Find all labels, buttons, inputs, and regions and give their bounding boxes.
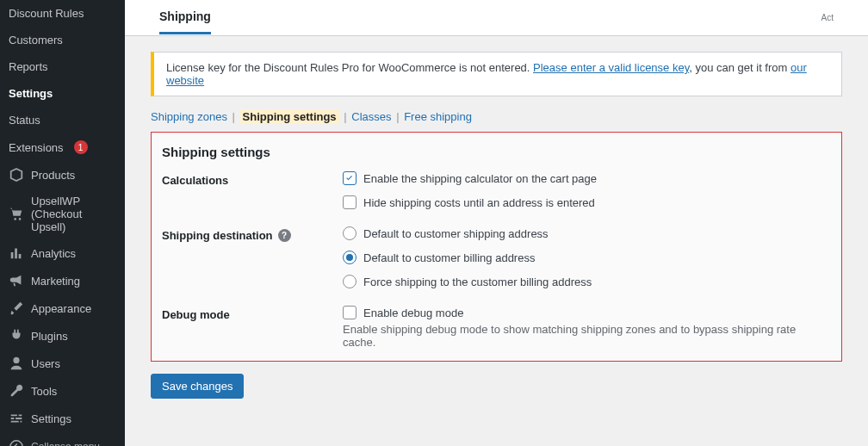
collapse-icon (9, 439, 24, 446)
page-tabbar: Shipping Act (125, 0, 868, 36)
collapse-menu[interactable]: Collapse menu (0, 432, 125, 446)
plug-icon (9, 328, 24, 344)
force-billing-label: Force shipping to the customer billing a… (363, 276, 592, 288)
calculations-label: Calculations (162, 171, 343, 209)
shipping-settings-panel: Shipping settings Calculations Enable th… (151, 132, 842, 362)
extensions-badge: 1 (74, 140, 88, 154)
subnav-classes[interactable]: Classes (351, 110, 391, 123)
license-notice: License key for the Discount Rules Pro f… (151, 52, 842, 96)
sidebar-item-plugins[interactable]: Plugins (0, 322, 125, 350)
shipping-address-label: Default to customer shipping address (363, 227, 549, 240)
billing-address-label: Default to customer billing address (363, 251, 535, 264)
sidebar-item-reports[interactable]: Reports (0, 53, 125, 80)
checkbox-hide-costs[interactable] (343, 195, 356, 209)
save-button[interactable]: Save changes (151, 374, 244, 399)
subnav-shipping-settings[interactable]: Shipping settings (240, 109, 339, 124)
sidebar-item-status[interactable]: Status (0, 107, 125, 133)
sidebar-item-marketing[interactable]: Marketing (0, 267, 125, 294)
debug-label: Debug mode (162, 306, 343, 349)
sidebar-item-appearance[interactable]: Appearance (0, 294, 125, 322)
activate-hint: Act (822, 13, 834, 22)
radio-force-billing[interactable] (343, 275, 356, 288)
help-icon[interactable]: ? (278, 229, 291, 242)
hide-costs-label: Hide shipping costs until an address is … (363, 196, 595, 209)
radio-shipping-address[interactable] (343, 226, 356, 240)
sidebar-item-products[interactable]: Products (0, 161, 125, 189)
box-icon (9, 167, 24, 183)
sidebar-item-customers[interactable]: Customers (0, 27, 125, 53)
checkbox-enable-calculator[interactable] (343, 171, 356, 185)
user-icon (9, 356, 24, 371)
chart-icon (9, 245, 24, 261)
cart-icon (9, 207, 24, 222)
enter-license-link[interactable]: Please enter a valid license key (533, 61, 689, 74)
panel-title: Shipping settings (162, 145, 831, 159)
sliders-icon (9, 411, 24, 426)
tab-shipping[interactable]: Shipping (159, 1, 211, 34)
sidebar-item-extensions[interactable]: Extensions1 (0, 133, 125, 161)
brush-icon (9, 300, 24, 316)
sidebar-item-users[interactable]: Users (0, 350, 125, 377)
wrench-icon (9, 383, 24, 399)
sidebar-item-tools[interactable]: Tools (0, 377, 125, 405)
admin-sidebar: Discount Rules Customers Reports Setting… (0, 0, 125, 446)
sidebar-item-wp-settings[interactable]: Settings (0, 405, 125, 432)
subnav-shipping-zones[interactable]: Shipping zones (151, 110, 227, 123)
debug-mode-label: Enable debug mode (363, 307, 463, 319)
sub-navigation: Shipping zones | Shipping settings | Cla… (151, 110, 842, 123)
megaphone-icon (9, 273, 24, 288)
sidebar-item-settings[interactable]: Settings (0, 80, 125, 107)
sidebar-item-discount-rules[interactable]: Discount Rules (0, 0, 125, 27)
destination-label: Shipping destination (162, 229, 273, 242)
debug-description: Enable shipping debug mode to show match… (343, 323, 831, 349)
sidebar-item-analytics[interactable]: Analytics (0, 239, 125, 267)
sidebar-item-upsellwp[interactable]: UpsellWP (Checkout Upsell) (0, 189, 125, 239)
enable-calculator-label: Enable the shipping calculator on the ca… (363, 172, 597, 185)
checkbox-debug-mode[interactable] (343, 306, 356, 319)
radio-billing-address[interactable] (343, 251, 356, 264)
subnav-free-shipping[interactable]: Free shipping (404, 110, 472, 123)
